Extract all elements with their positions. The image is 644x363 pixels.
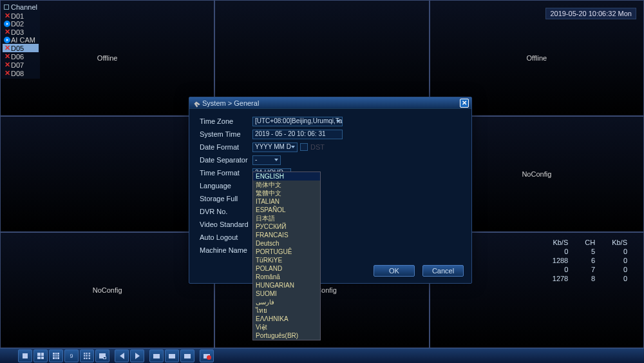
x-icon: ✕ bbox=[4, 12, 10, 20]
language-dropdown[interactable]: ENGLISH简体中文繁體中文ITALIANESPAÑOL日本語РУССКИЙF… bbox=[252, 172, 321, 340]
record-icon bbox=[207, 355, 211, 360]
bitrate-stats: Kb/SCHKb/S050128860070127880 bbox=[544, 237, 636, 284]
record-button[interactable] bbox=[200, 349, 214, 362]
layout-9-button[interactable] bbox=[49, 349, 63, 362]
language-option[interactable]: HUNGARIAN bbox=[253, 281, 320, 289]
language-option[interactable]: FRANCAIS bbox=[253, 231, 320, 239]
next-button[interactable] bbox=[130, 349, 144, 362]
screen-b-button[interactable] bbox=[165, 349, 179, 362]
channel-item[interactable]: ✕D05 bbox=[3, 44, 39, 52]
general-settings-dialog: System > General ✕ Time Zone [UTC+08:00]… bbox=[189, 97, 472, 284]
storagefull-label: Storage Full bbox=[200, 195, 252, 202]
cell-status: Offline bbox=[97, 54, 118, 62]
dateformat-select[interactable]: YYYY MM D bbox=[252, 142, 298, 152]
language-option[interactable]: ITALIAN bbox=[253, 197, 320, 206]
dvrno-label: DVR No. bbox=[200, 208, 252, 215]
channel-item[interactable]: ✕D01 bbox=[3, 12, 39, 20]
cell-7[interactable]: NoConfig bbox=[0, 232, 214, 348]
language-option[interactable]: ENGLISH bbox=[253, 172, 320, 181]
channel-item[interactable]: ✕D07 bbox=[3, 61, 39, 69]
channel-label: D06 bbox=[11, 53, 24, 61]
channel-item[interactable]: ✕D08 bbox=[3, 69, 39, 77]
layout-9b-button[interactable]: 9 bbox=[64, 349, 79, 362]
channel-label: D03 bbox=[11, 28, 24, 36]
layout-1-button[interactable] bbox=[18, 349, 32, 362]
cell-4[interactable] bbox=[0, 116, 214, 232]
language-option[interactable]: 简体中文 bbox=[253, 181, 320, 189]
language-option[interactable]: РУССКИЙ bbox=[253, 222, 320, 231]
prev-button[interactable] bbox=[115, 349, 129, 362]
bottom-toolbar: 9 bbox=[0, 348, 644, 363]
timezone-label: Time Zone bbox=[200, 117, 252, 125]
channel-title-text: Channel bbox=[11, 3, 37, 11]
channel-label: AI CAM bbox=[11, 36, 35, 44]
x-icon: ✕ bbox=[4, 69, 10, 77]
language-option[interactable]: ΕΛΛΗΝΙΚΑ bbox=[253, 315, 320, 323]
language-option[interactable]: Việt bbox=[253, 323, 320, 331]
language-label: Language bbox=[200, 182, 252, 190]
language-option[interactable]: Deutsch bbox=[253, 239, 320, 248]
expand-icon[interactable] bbox=[4, 5, 9, 10]
play-icon bbox=[4, 21, 10, 27]
screen-a-button[interactable] bbox=[149, 349, 164, 362]
x-icon: ✕ bbox=[4, 61, 10, 69]
cell-status: NoConfig bbox=[93, 286, 122, 294]
wrench-icon bbox=[191, 97, 202, 108]
systime-input[interactable]: 2019 - 05 - 20 10: 06: 31 bbox=[252, 130, 343, 139]
language-option[interactable]: POLAND bbox=[253, 264, 320, 273]
dateformat-label: Date Format bbox=[200, 143, 252, 151]
play-icon bbox=[4, 37, 10, 43]
channel-item[interactable]: ✕D03 bbox=[3, 28, 39, 36]
language-option[interactable]: فارسی bbox=[253, 298, 320, 306]
language-option[interactable]: TüRKiYE bbox=[253, 256, 320, 264]
autologout-label: Auto Logout bbox=[200, 233, 252, 241]
language-option[interactable]: PORTUGUÊ bbox=[253, 248, 320, 256]
language-option[interactable]: ESPAÑOL bbox=[253, 206, 320, 214]
systime-label: System Time bbox=[200, 130, 252, 138]
layout-4-button[interactable] bbox=[33, 349, 48, 362]
dst-label: DST bbox=[310, 143, 325, 151]
close-button[interactable]: ✕ bbox=[460, 99, 469, 108]
x-icon: ✕ bbox=[4, 28, 10, 36]
channel-label: D08 bbox=[11, 70, 24, 77]
channel-sidebar: Channel ✕D01D02✕D03AI CAM✕D05✕D06✕D07✕D0… bbox=[1, 1, 40, 79]
cell-status: NoConfig bbox=[522, 170, 551, 178]
cancel-button[interactable]: Cancel bbox=[422, 265, 464, 277]
machinename-label: Machine Name bbox=[200, 246, 252, 254]
datesep-select[interactable]: - bbox=[252, 155, 281, 165]
timeformat-label: Time Format bbox=[200, 169, 252, 177]
dialog-titlebar[interactable]: System > General ✕ bbox=[189, 97, 471, 109]
arrow-right-icon bbox=[135, 353, 140, 359]
channel-label: D05 bbox=[11, 44, 24, 52]
channel-item[interactable]: D02 bbox=[3, 20, 39, 28]
screen-c-button[interactable] bbox=[180, 349, 194, 362]
arrow-left-icon bbox=[120, 353, 124, 359]
channel-item[interactable]: ✕D06 bbox=[3, 52, 39, 61]
channel-label: D02 bbox=[11, 20, 24, 28]
dialog-title: System > General bbox=[202, 99, 460, 107]
channel-title: Channel bbox=[3, 3, 39, 12]
datesep-label: Date Separator bbox=[200, 156, 252, 164]
channel-label: D07 bbox=[11, 61, 24, 69]
datetime-display: 2019-05-20 10:06:32 Mon bbox=[545, 8, 636, 19]
x-icon: ✕ bbox=[4, 52, 10, 61]
channel-item[interactable]: AI CAM bbox=[3, 36, 39, 44]
language-option[interactable]: ไทย bbox=[253, 306, 320, 315]
channel-label: D01 bbox=[11, 12, 24, 20]
dst-checkbox[interactable] bbox=[300, 143, 308, 151]
cell-status: Offline bbox=[527, 54, 547, 62]
language-option[interactable]: Português(BR) bbox=[253, 331, 320, 340]
language-option[interactable]: 繁體中文 bbox=[253, 189, 320, 197]
videostd-label: Video Standard bbox=[200, 221, 252, 228]
timezone-select[interactable]: [UTC+08:00]Beijing,Urumqi,Ta bbox=[252, 117, 343, 126]
language-option[interactable]: Română bbox=[253, 273, 320, 281]
language-option[interactable]: SUOMI bbox=[253, 289, 320, 298]
ok-button[interactable]: OK bbox=[374, 265, 415, 277]
x-icon: ✕ bbox=[4, 44, 10, 52]
layout-16-button[interactable] bbox=[80, 349, 94, 362]
pip-button[interactable] bbox=[95, 349, 109, 362]
language-option[interactable]: 日本語 bbox=[253, 214, 320, 222]
